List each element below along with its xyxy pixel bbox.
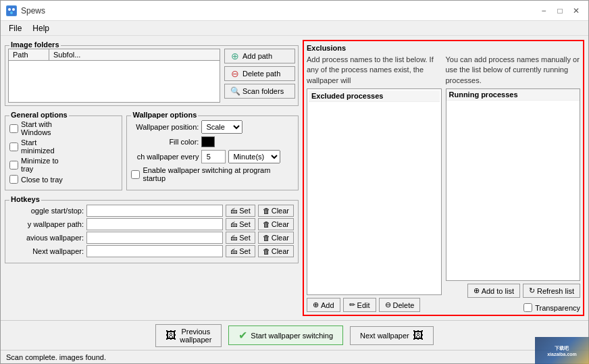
- hotkey-label-1: y wallpaper path:: [9, 220, 84, 228]
- hotkey-input-2[interactable]: [86, 232, 223, 244]
- enable-switching-row: Enable wallpaper switching at program st…: [131, 166, 294, 182]
- bottom-bar: 🖼 Previous wallpaper ✔ Start wallpaper s…: [1, 320, 588, 350]
- watermark: 下载吧xiazaiba.com: [535, 337, 589, 364]
- delete-process-icon: ⊖: [385, 301, 391, 309]
- delete-process-button[interactable]: ⊖ Delete: [379, 298, 421, 312]
- position-select[interactable]: Scale Stretch Center Tile Fit: [201, 120, 242, 134]
- general-options-section: General options Start withWindows Startm…: [5, 115, 122, 190]
- svg-point-1: [8, 8, 11, 11]
- running-description: You can add process names manually or us…: [446, 55, 581, 86]
- position-label: Wallpaper position:: [131, 123, 199, 131]
- fill-color-swatch[interactable]: [201, 136, 215, 147]
- image-folders-section: Image folders Path Subfol... ⊕ Add path: [5, 45, 299, 106]
- add-to-list-button[interactable]: ⊕ Add to list: [467, 284, 520, 298]
- set-icon-2: 🖮: [230, 234, 238, 242]
- hotkey-clear-1[interactable]: 🗑 Clear: [258, 218, 294, 230]
- delete-path-button[interactable]: ⊖ Delete path: [224, 66, 295, 81]
- hotkey-input-1[interactable]: [86, 218, 223, 230]
- hotkeys-label: Hotkeys: [9, 195, 41, 203]
- change-label: ch wallpaper every: [131, 153, 199, 161]
- folder-col-path: Path: [9, 49, 49, 60]
- running-processes-list: Running processes: [446, 88, 581, 281]
- start-switching-label: Start wallpaper switching: [251, 332, 333, 340]
- enable-switching-checkbox[interactable]: [131, 170, 140, 179]
- minimize-button[interactable]: −: [537, 4, 550, 18]
- add-process-icon: ⊕: [313, 301, 319, 309]
- add-path-button[interactable]: ⊕ Add path: [224, 49, 295, 63]
- image-folders-label: Image folders: [9, 41, 61, 49]
- close-tray-checkbox[interactable]: [9, 175, 18, 184]
- hotkey-set-1[interactable]: 🖮 Set: [226, 218, 255, 230]
- delete-icon: ⊖: [230, 69, 240, 78]
- clear-icon-1: 🗑: [263, 220, 270, 228]
- set-icon-0: 🖮: [230, 207, 238, 215]
- window-controls: − □ ✕: [537, 4, 583, 18]
- add-icon: ⊕: [230, 51, 240, 61]
- hotkey-label-2: avious wallpaper:: [9, 234, 84, 242]
- clear-icon-2: 🗑: [263, 234, 270, 242]
- excluded-processes-header: Excluded processes: [309, 90, 440, 102]
- excl-description: Add process names to the list below. If …: [307, 55, 442, 86]
- add-to-list-icon: ⊕: [473, 286, 480, 295]
- wallpaper-options-section: Wallpaper options Wallpaper position: Sc…: [126, 115, 299, 190]
- wallpaper-options-label: Wallpaper options: [131, 111, 198, 119]
- next-wallpaper-label: Next wallpaper: [360, 332, 409, 340]
- prev-wallpaper-icon: 🖼: [165, 330, 176, 342]
- checkbox-close-tray: Close to tray: [9, 175, 118, 184]
- hotkey-row-3: Next wallpaper: 🖮 Set 🗑 Clear: [9, 245, 294, 257]
- checkbox-minimize-tray: Minimize totray: [9, 157, 118, 173]
- start-switching-button[interactable]: ✔ Start wallpaper switching: [228, 326, 343, 345]
- general-options-label: General options: [9, 111, 69, 119]
- change-interval-input[interactable]: [201, 150, 226, 163]
- window-title: Spews: [21, 6, 45, 16]
- hotkey-row-0: oggle start/stop: 🖮 Set 🗑 Clear: [9, 205, 294, 217]
- hotkey-input-0[interactable]: [86, 205, 223, 217]
- refresh-list-button[interactable]: ↻ Refresh list: [523, 284, 580, 298]
- hotkey-clear-3[interactable]: 🗑 Clear: [258, 245, 294, 257]
- transparency-checkbox[interactable]: [523, 303, 532, 312]
- start-windows-checkbox[interactable]: [9, 124, 18, 133]
- checkbox-start-windows: Start withWindows: [9, 120, 118, 136]
- running-processes-header: Running processes: [446, 89, 580, 101]
- edit-process-button[interactable]: ✏ Edit: [343, 298, 376, 312]
- hotkey-clear-0[interactable]: 🗑 Clear: [258, 205, 294, 217]
- svg-point-3: [10, 11, 13, 14]
- exclusions-title: Exclusions: [307, 44, 580, 52]
- scan-folders-button[interactable]: 🔍 Scan folders: [224, 84, 295, 99]
- app-icon: [6, 5, 17, 16]
- refresh-icon: ↻: [529, 286, 535, 295]
- next-wallpaper-icon: 🖼: [413, 330, 424, 342]
- prev-wallpaper-button[interactable]: 🖼 Previous wallpaper: [155, 324, 222, 347]
- hotkey-label-0: oggle start/stop:: [9, 207, 84, 215]
- set-icon-3: 🖮: [230, 247, 238, 255]
- hotkey-row-1: y wallpaper path: 🖮 Set 🗑 Clear: [9, 218, 294, 230]
- menu-file[interactable]: File: [3, 22, 27, 34]
- hotkey-label-3: Next wallpaper:: [9, 247, 84, 255]
- next-wallpaper-button[interactable]: Next wallpaper 🖼: [350, 326, 434, 345]
- hotkey-set-2[interactable]: 🖮 Set: [226, 232, 255, 244]
- minimize-tray-checkbox[interactable]: [9, 161, 18, 170]
- maximize-button[interactable]: □: [553, 4, 567, 18]
- hotkey-clear-2[interactable]: 🗑 Clear: [258, 232, 294, 244]
- start-switching-icon: ✔: [238, 329, 247, 342]
- hotkey-set-3[interactable]: 🖮 Set: [226, 245, 255, 257]
- hotkey-input-3[interactable]: [86, 245, 223, 257]
- add-process-button[interactable]: ⊕ Add: [307, 298, 340, 312]
- svg-point-2: [12, 8, 15, 11]
- status-text: Scan complete. images found.: [6, 353, 106, 361]
- change-unit-select[interactable]: Minute(s) Hour(s) Second(s): [228, 150, 280, 163]
- excluded-processes-list: Excluded processes: [307, 88, 442, 295]
- folder-table: Path Subfol...: [8, 49, 220, 103]
- folder-col-subfol: Subfol...: [49, 49, 220, 60]
- exclusions-panel: Exclusions Add process names to the list…: [303, 40, 584, 316]
- hotkey-set-0[interactable]: 🖮 Set: [226, 205, 255, 217]
- hotkeys-section: Hotkeys oggle start/stop: 🖮 Set 🗑 Clear …: [5, 200, 299, 263]
- transparency-label: Transparency: [535, 304, 580, 312]
- edit-process-icon: ✏: [349, 301, 355, 309]
- close-button[interactable]: ✕: [569, 4, 583, 18]
- menu-help[interactable]: Help: [27, 22, 55, 34]
- fill-color-label: Fill color:: [131, 138, 199, 146]
- hotkey-row-2: avious wallpaper: 🖮 Set 🗑 Clear: [9, 232, 294, 244]
- start-minimized-checkbox[interactable]: [9, 142, 18, 151]
- menu-bar: File Help: [1, 21, 588, 36]
